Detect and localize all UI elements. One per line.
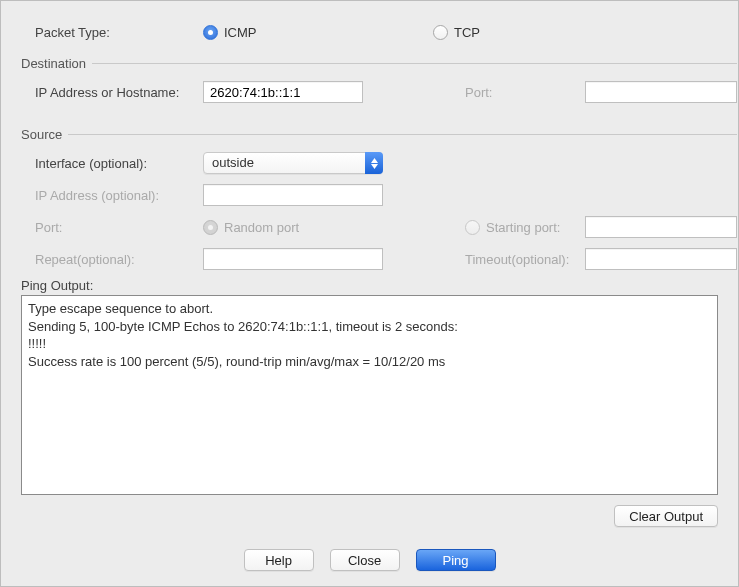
packet-type-label: Packet Type: bbox=[35, 25, 203, 40]
src-interface-value: outside bbox=[203, 152, 383, 174]
dest-port-input bbox=[585, 81, 737, 103]
packet-type-tcp-option[interactable]: TCP bbox=[433, 25, 480, 40]
src-interface-label: Interface (optional): bbox=[35, 156, 203, 171]
radio-starting-port bbox=[465, 220, 480, 235]
packet-type-row: Packet Type: ICMP TCP bbox=[35, 25, 718, 40]
random-port-option: Random port bbox=[203, 220, 299, 235]
chevron-up-down-icon bbox=[365, 152, 383, 174]
radio-random-port bbox=[203, 220, 218, 235]
dest-port-label: Port: bbox=[465, 85, 585, 100]
dialog-buttons: Help Close Ping bbox=[21, 549, 718, 571]
starting-port-input bbox=[585, 216, 737, 238]
radio-icmp[interactable] bbox=[203, 25, 218, 40]
src-ip-input bbox=[203, 184, 383, 206]
repeat-label: Repeat(optional): bbox=[35, 252, 203, 267]
ping-output-label: Ping Output: bbox=[21, 278, 718, 293]
ping-button[interactable]: Ping bbox=[416, 549, 496, 571]
repeat-input bbox=[203, 248, 383, 270]
destination-legend: Destination bbox=[21, 56, 92, 71]
starting-port-label: Starting port: bbox=[486, 220, 560, 235]
svg-marker-1 bbox=[371, 164, 378, 169]
radio-tcp-label: TCP bbox=[454, 25, 480, 40]
help-button[interactable]: Help bbox=[244, 549, 314, 571]
starting-port-option: Starting port: bbox=[465, 220, 585, 235]
src-port-label: Port: bbox=[35, 220, 203, 235]
destination-group: Destination IP Address or Hostname: Port… bbox=[21, 56, 737, 113]
random-port-label: Random port bbox=[224, 220, 299, 235]
radio-icmp-label: ICMP bbox=[224, 25, 257, 40]
src-ip-label: IP Address (optional): bbox=[35, 188, 203, 203]
radio-tcp[interactable] bbox=[433, 25, 448, 40]
dest-ip-input[interactable] bbox=[203, 81, 363, 103]
dest-ip-label: IP Address or Hostname: bbox=[35, 85, 203, 100]
clear-output-button[interactable]: Clear Output bbox=[614, 505, 718, 527]
close-button[interactable]: Close bbox=[330, 549, 400, 571]
timeout-input bbox=[585, 248, 737, 270]
source-group: Source Interface (optional): outside IP … bbox=[21, 127, 737, 272]
packet-type-icmp-option[interactable]: ICMP bbox=[203, 25, 433, 40]
src-interface-select[interactable]: outside bbox=[203, 152, 383, 174]
timeout-label: Timeout(optional): bbox=[465, 252, 585, 267]
svg-marker-0 bbox=[371, 158, 378, 163]
ping-output-box[interactable]: Type escape sequence to abort. Sending 5… bbox=[21, 295, 718, 495]
source-legend: Source bbox=[21, 127, 68, 142]
ping-dialog: Packet Type: ICMP TCP Destination IP Add… bbox=[0, 0, 739, 587]
